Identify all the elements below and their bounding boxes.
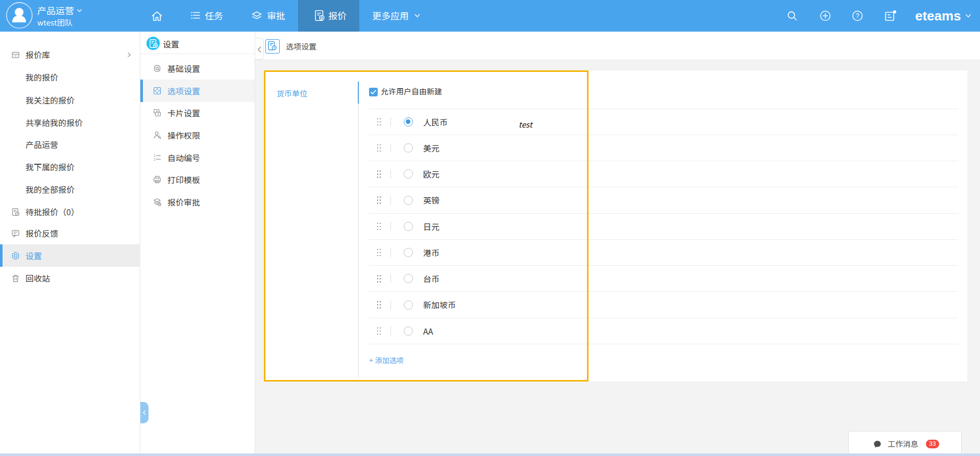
svg-text:?: ? <box>856 12 860 19</box>
svg-text:1: 1 <box>154 154 156 157</box>
svg-text:2: 2 <box>154 157 156 161</box>
